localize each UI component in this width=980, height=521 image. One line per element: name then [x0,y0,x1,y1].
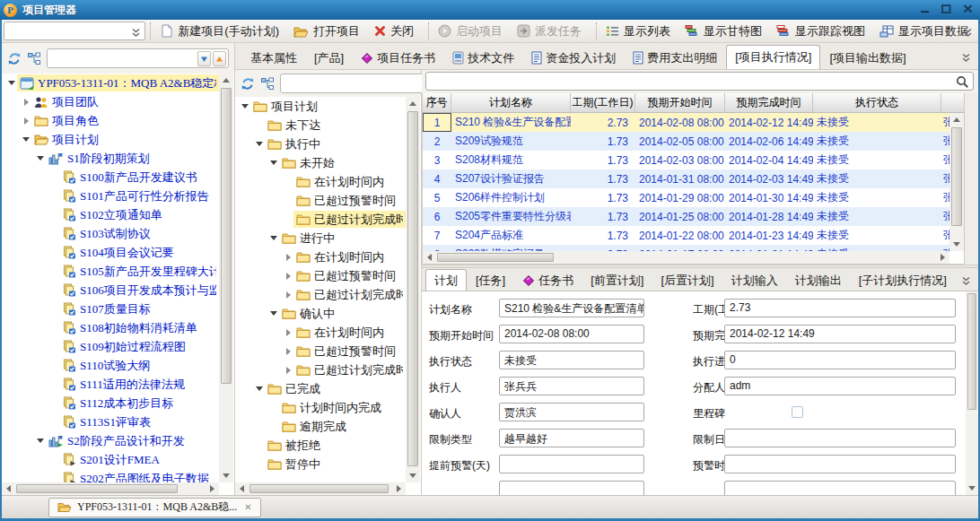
tree-item[interactable]: S201设计FMEA [3,450,219,469]
tree-item[interactable]: 未开始 [236,153,406,172]
field-input[interactable] [724,481,956,495]
tree-item[interactable]: 项目计划 [3,130,219,149]
field-input[interactable]: adm [724,377,956,395]
project-view-tab[interactable]: [项目输出数据] [821,47,914,69]
toolbar-button[interactable]: 显示列表 [601,23,675,39]
tree-item[interactable]: 在计划时间内 [236,172,406,191]
plan-category-vscrollbar[interactable] [406,97,420,482]
tree-expand-arrow-icon[interactable] [268,311,279,316]
project-view-tab[interactable]: [产品] [306,47,352,69]
plan-table-row[interactable]: 8S203数模鉴定记录0.732014-01-17 08:002014-01-2… [423,245,949,251]
tree-item[interactable]: S202产品图纸及电子数据 [3,469,219,482]
hierarchy-icon[interactable] [260,77,275,91]
scroll-left-arrow[interactable] [2,482,15,495]
scroll-up-arrow[interactable] [406,97,420,110]
tree-item[interactable]: S113S1评审表 [3,412,219,431]
tree-item[interactable]: S102立项通知单 [3,205,219,224]
column-header[interactable]: 预期完成时间 [725,93,813,112]
tree-expand-arrow-icon[interactable] [268,236,279,240]
tree-item[interactable]: S101产品可行性分析报告 [3,187,219,205]
plan-table-row[interactable]: 6S205零件重要特性分级表1.732014-01-25 08:002014-0… [423,207,949,226]
tree-collapse-arrow-icon[interactable] [21,117,31,125]
plan-table-row[interactable]: 4S207设计验证报告1.732014-01-31 08:002014-02-0… [423,169,949,188]
field-input[interactable] [499,455,644,473]
tree-item[interactable]: 已超过计划完成时间 [236,360,406,379]
tree-item[interactable]: 计划时间内完成 [236,398,406,417]
scroll-thumb[interactable] [951,127,962,226]
column-header[interactable]: 执行状态 [813,93,941,112]
column-header[interactable]: 计划名称 [451,93,571,112]
project-tree-vscrollbar[interactable] [219,74,233,482]
scroll-down-arrow[interactable] [966,482,978,495]
field-input[interactable]: 未接受 [499,351,644,369]
tree-item[interactable]: S110试验大纲 [3,356,219,375]
field-input[interactable]: 张兵兵 [499,377,644,395]
scroll-up-arrow[interactable] [219,74,233,87]
tree-expand-arrow-icon[interactable] [254,386,265,391]
plan-table-row[interactable]: 7S204产品标准1.732014-01-22 08:002014-01-23 … [423,226,949,245]
detail-tab[interactable]: 任务书 [514,271,582,291]
scroll-right-arrow[interactable] [206,482,219,495]
toolbar-button[interactable]: 打开项目 [289,23,364,39]
field-input[interactable]: 2.73 [724,299,956,317]
tree-collapse-arrow-icon[interactable] [283,291,293,299]
field-input[interactable]: 越早越好 [499,429,644,447]
tree-expand-arrow-icon[interactable] [6,81,17,85]
tree-item[interactable]: S112成本初步目标 [3,394,219,412]
tree-item[interactable]: S104项目会议记要 [3,243,219,262]
scroll-thumb[interactable] [16,484,178,493]
tree-item[interactable]: 已超过预警时间 [236,342,406,360]
tree-item[interactable]: S105新产品开发里程碑大计划表 [3,262,219,281]
field-input[interactable] [724,429,956,447]
tree-item[interactable]: 已超过计划完成时间 [236,285,406,304]
project-view-tab[interactable]: 费用支出明细 [625,47,725,69]
plan-table-row[interactable]: 5S206样件控制计划1.732014-01-29 08:002014-01-3… [423,188,949,207]
tree-item[interactable]: 项目团队 [3,92,219,111]
project-combobox[interactable] [4,22,145,40]
project-view-tab[interactable]: 资金投入计划 [523,47,624,69]
field-input[interactable] [499,481,644,495]
tree-expand-arrow-icon[interactable] [268,161,279,165]
tree-item[interactable]: 暂停中 [236,455,406,473]
plan-search-input[interactable] [432,74,951,89]
detail-tab[interactable]: 计划 [425,269,467,291]
tree-item[interactable]: 在计划时间内 [236,323,406,342]
magnifier-icon[interactable] [956,75,969,91]
field-input[interactable]: 贾洪滨 [499,403,644,421]
detail-tab[interactable]: [子计划执行情况] [851,271,955,291]
tree-item[interactable]: S108初始物料消耗清单 [3,318,219,337]
scroll-down-arrow[interactable] [949,238,964,251]
scroll-right-arrow[interactable] [392,482,406,495]
tree-item[interactable]: 被拒绝 [236,436,406,455]
scroll-thumb[interactable] [407,111,418,466]
tree-collapse-arrow-icon[interactable] [283,273,293,280]
scroll-right-arrow[interactable] [936,251,949,264]
tree-collapse-arrow-icon[interactable] [21,99,31,106]
toolbar-button[interactable]: 显示项目数据 [875,23,973,39]
project-view-tab[interactable]: 技术文件 [444,47,522,69]
tree-item[interactable]: YPF053-1311-01：MQB A2&B稳定杆总成 [3,74,219,92]
tree-item[interactable]: 项目角色 [3,111,219,130]
field-input[interactable]: 2014-02-12 14:49 [724,325,956,343]
scroll-thumb[interactable] [249,484,389,493]
field-input[interactable] [724,455,956,473]
detail-tab[interactable]: 计划输出 [787,271,850,291]
field-input[interactable]: 0 [724,351,956,369]
project-tree-search-input[interactable] [52,50,197,66]
refresh-icon[interactable] [241,77,255,91]
project-view-tab[interactable]: 项目任务书 [353,47,443,69]
tree-collapse-arrow-icon[interactable] [283,348,293,355]
toolbar-button[interactable]: 启动项目 [433,23,507,39]
project-view-tab[interactable]: [项目执行情况] [726,45,820,69]
toolbar-button[interactable]: 新建项目(手动计划) [155,23,284,39]
tree-item[interactable]: S103试制协议 [3,224,219,243]
tree-item[interactable]: S109初始过程流程图 [3,337,219,356]
tree-item[interactable]: 确认中 [236,304,406,323]
toolbar-overflow-chevron[interactable] [963,27,973,40]
tree-item[interactable]: 进行中 [236,229,406,247]
plan-table-hscrollbar[interactable] [423,251,949,264]
search-down-button[interactable] [197,51,211,66]
scroll-down-arrow[interactable] [219,469,233,482]
minimize-button[interactable] [917,2,932,16]
tree-item[interactable]: S2阶段产品设计和开发 [3,431,219,450]
